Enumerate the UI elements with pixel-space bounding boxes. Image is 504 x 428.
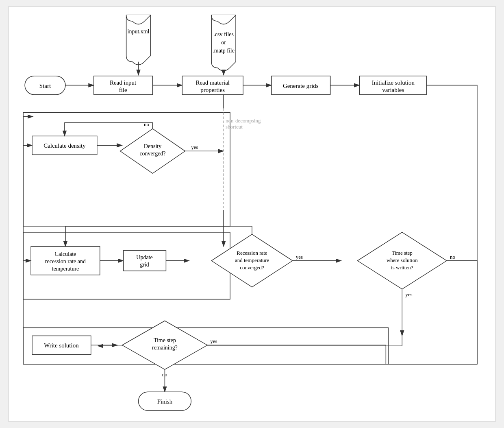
diagram-container: input.xml .csv files or .matp file Start…: [8, 7, 496, 421]
non-decomp-label: non-decompsing: [226, 118, 261, 124]
timestepwrite-no-arrow: [447, 261, 477, 365]
density-no-label: no: [144, 121, 149, 127]
svg-text:Calculate density: Calculate density: [43, 142, 86, 149]
start-node: Start: [25, 76, 65, 95]
timestepremaining-yes-label: yes: [210, 338, 217, 344]
svg-text:Calculate: Calculate: [55, 251, 76, 257]
density-loop-box: [23, 112, 230, 226]
svg-text:Time step: Time step: [392, 250, 413, 256]
svg-text:.matp file: .matp file: [213, 48, 235, 54]
non-decomp-label2: shortcut: [226, 124, 243, 130]
calc-density-node: Calculate density: [32, 136, 97, 155]
timestep-remaining-node: Time step remaining?: [122, 321, 208, 369]
svg-text:Time step: Time step: [154, 337, 176, 343]
initialize-node: Initialize solution variables: [359, 76, 426, 95]
svg-text:input.xml: input.xml: [128, 28, 150, 35]
svg-text:temperature: temperature: [52, 266, 79, 272]
finish-node: Finish: [139, 392, 191, 411]
input-xml-node: input.xml: [126, 15, 151, 65]
svg-text:.csv files: .csv files: [213, 31, 234, 37]
timestepwrite-no-label: no: [450, 254, 455, 260]
write-solution-node: Write solution: [32, 336, 91, 354]
read-material-node: Read material properties: [182, 76, 243, 95]
timestepwrite-yes-label: yes: [405, 291, 412, 297]
update-grid-node: Update grid: [124, 251, 166, 271]
csv-matp-node: .csv files or .matp file: [211, 15, 236, 71]
svg-text:where solution: where solution: [387, 257, 418, 263]
read-input-node: Read input file: [94, 76, 153, 95]
outer-loop-line: [23, 85, 477, 365]
generate-grids-node: Generate grids: [272, 76, 330, 95]
svg-text:Density: Density: [144, 143, 161, 149]
svg-text:recession rate and: recession rate and: [45, 258, 86, 264]
recession-no-arrow: [65, 226, 252, 247]
svg-text:properties: properties: [200, 87, 225, 93]
svg-text:is written?: is written?: [391, 264, 413, 271]
svg-text:Generate grids: Generate grids: [283, 83, 319, 89]
svg-text:file: file: [119, 87, 127, 93]
svg-text:Write solution: Write solution: [44, 342, 79, 349]
timestepremaining-yes-arrow: [207, 345, 386, 364]
svg-text:Start: Start: [39, 83, 51, 89]
density-converged-node: Density converged?: [120, 129, 185, 173]
svg-text:remaining?: remaining?: [152, 345, 178, 351]
timestep-write-node: Time step where solution is written?: [357, 232, 447, 289]
svg-rect-28: [124, 251, 166, 271]
recession-yes-label: yes: [296, 254, 303, 260]
calc-recession-node: Calculate recession rate and temperature: [31, 247, 100, 275]
svg-text:Finish: Finish: [157, 398, 173, 405]
svg-text:Read material: Read material: [196, 79, 230, 86]
density-no-arrow: [65, 122, 153, 136]
svg-text:Read input: Read input: [110, 79, 137, 86]
svg-text:Recession rate: Recession rate: [237, 250, 267, 256]
flowchart-svg: input.xml .csv files or .matp file Start…: [9, 7, 495, 421]
svg-text:converged?: converged?: [139, 151, 165, 157]
density-yes-label: yes: [191, 144, 198, 150]
svg-text:grid: grid: [140, 262, 149, 268]
svg-text:converged?: converged?: [240, 264, 264, 271]
svg-text:Initialize solution: Initialize solution: [372, 79, 415, 86]
svg-text:and temperature: and temperature: [235, 257, 269, 263]
svg-text:variables: variables: [382, 87, 404, 93]
svg-text:or: or: [221, 39, 226, 46]
svg-text:Update: Update: [136, 254, 152, 260]
